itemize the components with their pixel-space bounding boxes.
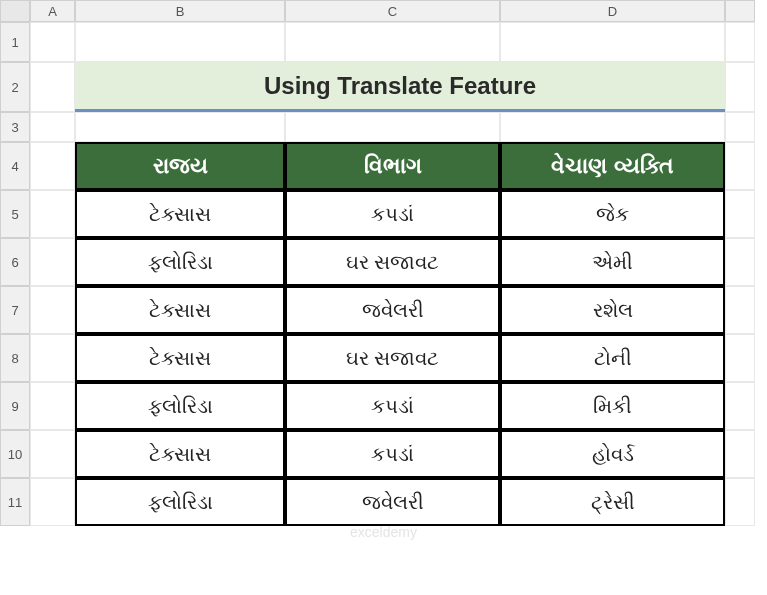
table-cell[interactable]: જ્વેલરી: [285, 478, 500, 526]
row-header-5[interactable]: 5: [0, 190, 30, 238]
row-header-7[interactable]: 7: [0, 286, 30, 334]
row-header-1[interactable]: 1: [0, 22, 30, 62]
table-header-b[interactable]: રાજ્ય: [75, 142, 285, 190]
cell-e10[interactable]: [725, 430, 755, 478]
cell-c3[interactable]: [285, 112, 500, 142]
title-cell[interactable]: Using Translate Feature: [75, 62, 725, 112]
cell-e11[interactable]: [725, 478, 755, 526]
table-cell[interactable]: ઘર સજાવટ: [285, 334, 500, 382]
table-cell[interactable]: એમી: [500, 238, 725, 286]
row-header-11[interactable]: 11: [0, 478, 30, 526]
cell-e6[interactable]: [725, 238, 755, 286]
row-header-10[interactable]: 10: [0, 430, 30, 478]
row-header-4[interactable]: 4: [0, 142, 30, 190]
cell-e8[interactable]: [725, 334, 755, 382]
row-header-9[interactable]: 9: [0, 382, 30, 430]
table-cell[interactable]: ટ્રેસી: [500, 478, 725, 526]
cell-d3[interactable]: [500, 112, 725, 142]
cell-b1[interactable]: [75, 22, 285, 62]
col-header-a[interactable]: A: [30, 0, 75, 22]
table-cell[interactable]: ફ્લોરિડા: [75, 478, 285, 526]
cell-a10[interactable]: [30, 430, 75, 478]
cell-e1[interactable]: [725, 22, 755, 62]
cell-a4[interactable]: [30, 142, 75, 190]
table-cell[interactable]: મિકી: [500, 382, 725, 430]
select-all-corner[interactable]: [0, 0, 30, 22]
col-header-b[interactable]: B: [75, 0, 285, 22]
table-cell[interactable]: હોવર્ડ: [500, 430, 725, 478]
cell-e3[interactable]: [725, 112, 755, 142]
cell-a7[interactable]: [30, 286, 75, 334]
col-header-d[interactable]: D: [500, 0, 725, 22]
table-header-c[interactable]: વિભાગ: [285, 142, 500, 190]
row-header-6[interactable]: 6: [0, 238, 30, 286]
table-cell[interactable]: ટેક્સાસ: [75, 190, 285, 238]
col-header-c[interactable]: C: [285, 0, 500, 22]
cell-a6[interactable]: [30, 238, 75, 286]
cell-a11[interactable]: [30, 478, 75, 526]
table-cell[interactable]: કપડાં: [285, 430, 500, 478]
cell-a3[interactable]: [30, 112, 75, 142]
cell-e4[interactable]: [725, 142, 755, 190]
cell-c1[interactable]: [285, 22, 500, 62]
cell-e9[interactable]: [725, 382, 755, 430]
row-header-3[interactable]: 3: [0, 112, 30, 142]
table-cell[interactable]: કપડાં: [285, 382, 500, 430]
row-header-8[interactable]: 8: [0, 334, 30, 382]
row-header-2[interactable]: 2: [0, 62, 30, 112]
cell-e2[interactable]: [725, 62, 755, 112]
table-cell[interactable]: કપડાં: [285, 190, 500, 238]
table-cell[interactable]: ટેક્સાસ: [75, 286, 285, 334]
cell-a1[interactable]: [30, 22, 75, 62]
table-cell[interactable]: ફ્લોરિડા: [75, 238, 285, 286]
table-cell[interactable]: જ્વેલરી: [285, 286, 500, 334]
cell-a5[interactable]: [30, 190, 75, 238]
cell-d1[interactable]: [500, 22, 725, 62]
table-cell[interactable]: ટેક્સાસ: [75, 430, 285, 478]
cell-e5[interactable]: [725, 190, 755, 238]
table-cell[interactable]: રશેલ: [500, 286, 725, 334]
watermark: exceldemy: [350, 524, 417, 540]
cell-a9[interactable]: [30, 382, 75, 430]
table-cell[interactable]: જેક: [500, 190, 725, 238]
spreadsheet-grid: A B C D 1 2 Using Translate Feature 3 4 …: [0, 0, 767, 526]
cell-a8[interactable]: [30, 334, 75, 382]
table-cell[interactable]: ઘર સજાવટ: [285, 238, 500, 286]
table-header-d[interactable]: વેચાણ વ્યક્તિ: [500, 142, 725, 190]
table-cell[interactable]: ફ્લોરિડા: [75, 382, 285, 430]
cell-a2[interactable]: [30, 62, 75, 112]
cell-e7[interactable]: [725, 286, 755, 334]
cell-b3[interactable]: [75, 112, 285, 142]
table-cell[interactable]: ટોની: [500, 334, 725, 382]
table-cell[interactable]: ટેક્સાસ: [75, 334, 285, 382]
col-header-e[interactable]: [725, 0, 755, 22]
